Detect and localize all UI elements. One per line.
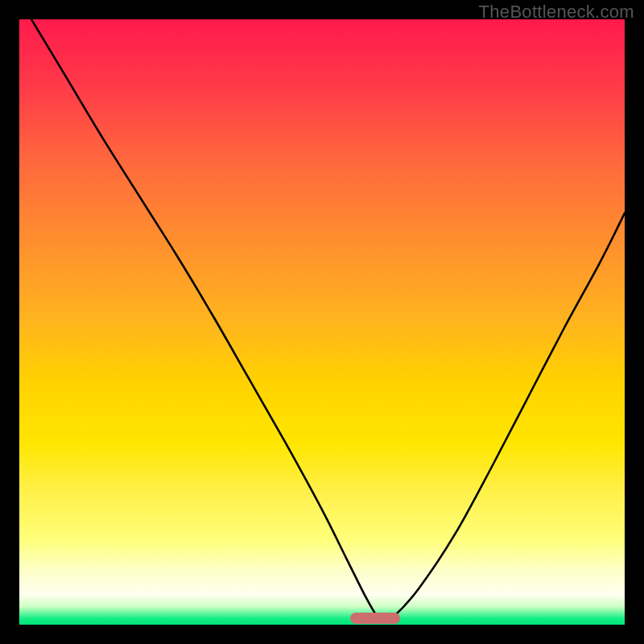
watermark-text: TheBottleneck.com — [479, 2, 634, 23]
optimal-range-marker — [350, 613, 400, 624]
bottleneck-curve — [19, 19, 625, 625]
curve-path — [31, 19, 625, 621]
chart-frame: TheBottleneck.com — [0, 0, 644, 644]
